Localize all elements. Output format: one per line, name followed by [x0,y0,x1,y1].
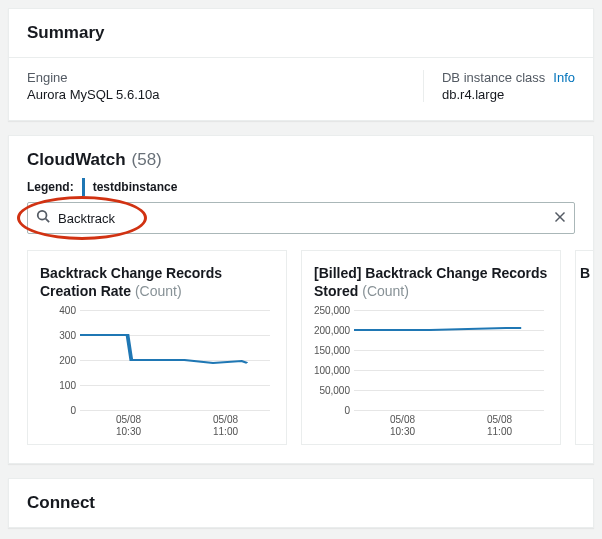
clear-search-button[interactable] [554,211,566,226]
chart-line [80,310,270,410]
ytick: 250,000 [314,305,350,316]
svg-line-1 [46,219,50,223]
chart-title: B [580,265,593,283]
chart-plot: 0 100 200 300 400 [80,310,270,410]
cloudwatch-panel: CloudWatch (58) Legend: testdbinstance [8,135,594,464]
legend-label: Legend: [27,180,74,194]
legend-row: Legend: testdbinstance [9,170,593,202]
summary-panel: Summary Engine Aurora MySQL 5.6.10a DB i… [8,8,594,121]
chart-card-peek[interactable]: B [575,250,593,445]
summary-title: Summary [9,9,593,58]
chart-unit: (Count) [135,283,182,299]
search-input[interactable] [58,211,546,226]
db-class-value: db.r4.large [442,87,575,102]
db-class-label-row: DB instance class Info [442,70,575,85]
ytick: 50,000 [314,385,350,396]
chart-xaxis: 05/08 10:30 05/08 11:00 [80,414,274,438]
engine-field: Engine Aurora MySQL 5.6.10a [27,70,423,102]
legend-swatch [82,178,85,196]
chart-line [354,310,544,410]
xtick: 05/08 11:00 [487,414,512,438]
ytick: 150,000 [314,345,350,356]
search-wrap [9,202,593,250]
chart-title: [Billed] Backtrack Change Records Stored… [314,265,548,300]
chart-plot: 0 50,000 100,000 150,000 200,000 250,000 [354,310,544,410]
ytick: 0 [314,405,350,416]
chart-card-records-stored[interactable]: [Billed] Backtrack Change Records Stored… [301,250,561,445]
legend-instance: testdbinstance [93,180,178,194]
close-icon [554,211,566,226]
search-box[interactable] [27,202,575,234]
chart-title-text: [Billed] Backtrack Change Records Stored [314,265,547,299]
xtick: 05/08 10:30 [116,414,141,438]
ytick: 400 [40,305,76,316]
connect-panel: Connect [8,478,594,528]
chart-unit: (Count) [362,283,409,299]
cloudwatch-header: CloudWatch (58) [9,136,593,170]
ytick: 100,000 [314,365,350,376]
cloudwatch-title: CloudWatch [27,150,126,170]
chart-title-text: B [580,265,590,281]
chart-xaxis: 05/08 10:30 05/08 11:00 [354,414,548,438]
xtick: 05/08 11:00 [213,414,238,438]
search-icon [36,209,50,227]
chart-title: Backtrack Change Records Creation Rate (… [40,265,274,300]
info-link[interactable]: Info [553,70,575,85]
engine-value: Aurora MySQL 5.6.10a [27,87,423,102]
ytick: 100 [40,380,76,391]
ytick: 0 [40,405,76,416]
charts-row: Backtrack Change Records Creation Rate (… [9,250,593,463]
summary-body: Engine Aurora MySQL 5.6.10a DB instance … [9,58,593,120]
ytick: 300 [40,330,76,341]
db-class-field: DB instance class Info db.r4.large [423,70,575,102]
cloudwatch-count: (58) [132,150,162,170]
connect-title: Connect [9,479,593,527]
ytick: 200,000 [314,325,350,336]
chart-title-text: Backtrack Change Records Creation Rate [40,265,222,299]
chart-card-creation-rate[interactable]: Backtrack Change Records Creation Rate (… [27,250,287,445]
svg-point-0 [38,211,47,220]
engine-label: Engine [27,70,423,85]
db-class-label: DB instance class [442,70,545,85]
ytick: 200 [40,355,76,366]
xtick: 05/08 10:30 [390,414,415,438]
